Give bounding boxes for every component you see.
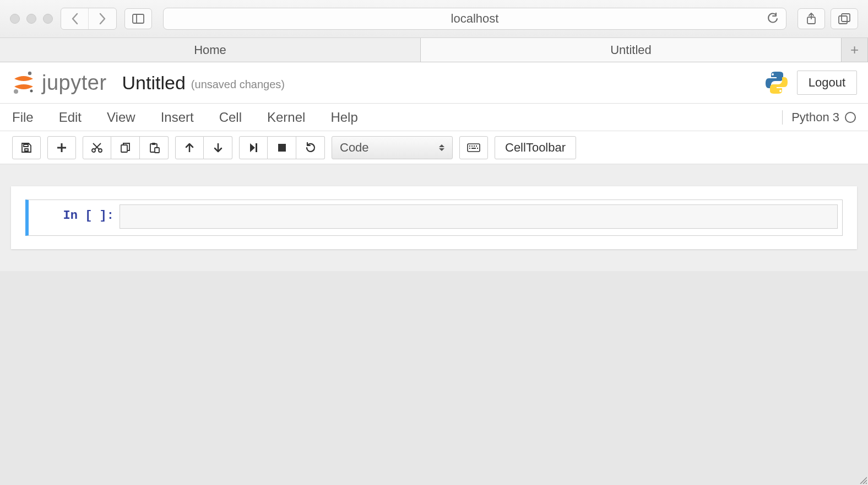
svg-point-8 <box>30 90 33 93</box>
move-cell-group <box>175 136 232 159</box>
kernel-name: Python 3 <box>791 110 839 125</box>
notebook-area: In [ ]: <box>0 164 868 271</box>
window-minimize-icon[interactable] <box>26 14 36 24</box>
browser-tab-home[interactable]: Home <box>0 38 421 62</box>
menu-cell[interactable]: Cell <box>219 110 242 125</box>
window-traffic-lights <box>10 14 53 24</box>
browser-tab-label: Home <box>194 43 226 57</box>
logout-button[interactable]: Logout <box>797 71 857 95</box>
keyboard-icon <box>467 143 480 152</box>
menu-help[interactable]: Help <box>330 110 357 125</box>
svg-rect-32 <box>471 148 476 149</box>
svg-point-9 <box>772 73 774 76</box>
new-tab-button[interactable]: + <box>842 38 868 62</box>
menu-file[interactable]: File <box>12 110 34 125</box>
svg-rect-20 <box>155 148 159 153</box>
copy-icon <box>120 142 131 153</box>
arrow-up-icon <box>185 142 194 153</box>
svg-rect-24 <box>256 143 257 152</box>
arrow-down-icon <box>213 142 223 153</box>
reload-icon[interactable] <box>767 13 778 25</box>
cut-button[interactable] <box>83 136 111 159</box>
restart-button[interactable] <box>296 136 325 159</box>
menubar: File Edit View Insert Cell Kernel Help P… <box>0 104 868 131</box>
browser-right-toolbar <box>798 8 858 29</box>
cell-type-value: Code <box>340 141 369 155</box>
svg-point-10 <box>779 90 782 92</box>
menu-insert[interactable]: Insert <box>161 110 194 125</box>
toolbar: Code CellToolbar <box>0 131 868 164</box>
svg-rect-33 <box>477 148 478 149</box>
svg-rect-0 <box>133 14 144 23</box>
tabs-overview-button[interactable] <box>831 8 858 29</box>
url-text: localhost <box>451 12 499 26</box>
svg-line-36 <box>866 483 867 484</box>
sidebar-toggle-button[interactable] <box>124 8 152 29</box>
svg-rect-5 <box>842 14 850 21</box>
share-button[interactable] <box>798 8 825 29</box>
save-icon <box>21 142 32 153</box>
svg-point-7 <box>14 89 18 94</box>
kernel-status-icon <box>845 112 856 123</box>
copy-button[interactable] <box>111 136 140 159</box>
chevron-updown-icon <box>439 144 444 151</box>
window-close-icon[interactable] <box>10 14 20 24</box>
unsaved-changes-label: (unsaved changes) <box>191 78 285 91</box>
browser-tabs: Home Untitled + <box>0 38 868 62</box>
svg-rect-25 <box>278 144 286 152</box>
scissors-icon <box>91 142 103 153</box>
back-button[interactable] <box>61 8 89 29</box>
plus-icon <box>56 142 67 153</box>
svg-rect-28 <box>471 146 473 147</box>
menu-view[interactable]: View <box>107 110 135 125</box>
command-palette-button[interactable] <box>459 136 488 159</box>
jupyter-wordmark: jupyter <box>42 71 107 95</box>
forward-button[interactable] <box>89 8 116 29</box>
paste-icon <box>149 142 160 153</box>
kernel-indicator[interactable]: Python 3 <box>782 110 856 125</box>
browser-tab-label: Untitled <box>610 43 652 57</box>
svg-rect-4 <box>839 16 847 24</box>
python-logo-icon <box>764 70 789 95</box>
code-cell[interactable]: In [ ]: <box>25 200 843 236</box>
cut-copy-paste-group <box>83 136 169 159</box>
svg-rect-17 <box>121 145 127 152</box>
notebook-container: In [ ]: <box>11 186 857 249</box>
insert-cell-button[interactable] <box>47 136 76 159</box>
svg-rect-27 <box>469 146 470 147</box>
interrupt-button[interactable] <box>268 136 296 159</box>
cell-toolbar-button[interactable]: CellToolbar <box>495 136 576 159</box>
jupyter-logo-icon <box>11 70 36 95</box>
save-button[interactable] <box>12 136 41 159</box>
move-up-button[interactable] <box>175 136 204 159</box>
jupyter-header: jupyter Untitled (unsaved changes) Logou… <box>0 62 868 104</box>
browser-chrome: localhost <box>0 0 868 38</box>
svg-rect-29 <box>474 146 475 147</box>
menu-kernel[interactable]: Kernel <box>267 110 305 125</box>
run-button[interactable] <box>239 136 268 159</box>
jupyter-logo[interactable]: jupyter <box>11 70 107 95</box>
browser-tab-untitled[interactable]: Untitled <box>421 38 842 62</box>
notebook-name[interactable]: Untitled <box>122 72 186 94</box>
cell-type-select[interactable]: Code <box>332 136 453 159</box>
paste-button[interactable] <box>140 136 169 159</box>
menu-edit[interactable]: Edit <box>59 110 82 125</box>
svg-point-6 <box>28 72 31 75</box>
svg-rect-19 <box>152 143 155 145</box>
step-forward-icon <box>249 142 258 153</box>
cell-prompt: In [ ]: <box>29 200 120 235</box>
nav-back-forward-group <box>61 8 117 30</box>
stop-icon <box>278 143 286 152</box>
url-bar[interactable]: localhost <box>163 8 786 30</box>
code-input[interactable] <box>120 204 838 229</box>
move-down-button[interactable] <box>204 136 232 159</box>
resize-handle-icon[interactable] <box>858 475 867 484</box>
svg-marker-23 <box>250 143 255 152</box>
window-maximize-icon[interactable] <box>43 14 53 24</box>
cell-input-area <box>120 204 838 231</box>
run-group <box>239 136 325 159</box>
svg-rect-30 <box>476 146 477 147</box>
restart-icon <box>305 142 316 153</box>
svg-rect-31 <box>469 148 470 149</box>
